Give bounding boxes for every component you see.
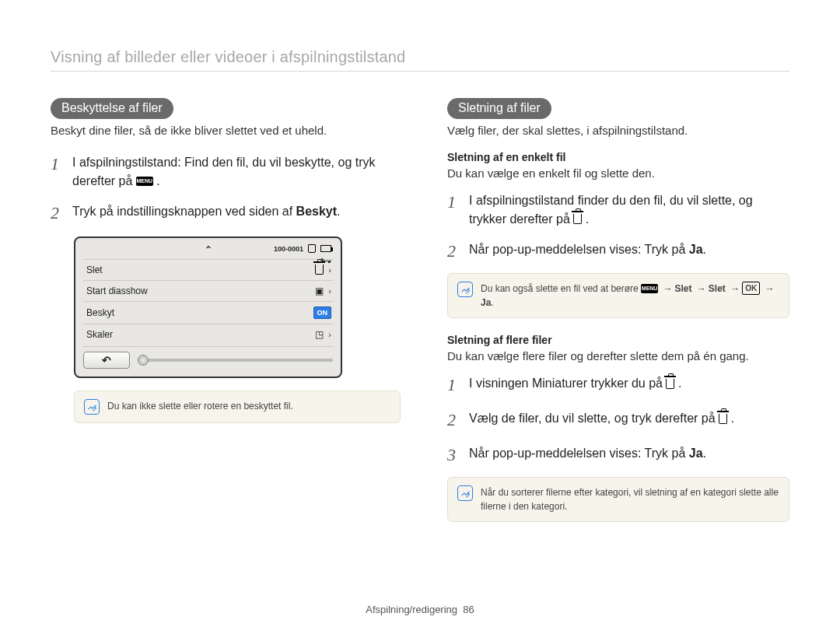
protect-intro: Beskyt dine filer, så de ikke bliver sle… <box>51 124 401 137</box>
chevron-up-icon: ⌃ <box>205 244 212 255</box>
multi-delete-step-3: 3 Når pop-up-meddelelsen vises: Tryk på … <box>447 442 789 468</box>
file-number: 100-0001 <box>274 245 303 253</box>
menu-icon: MENU <box>136 177 153 186</box>
on-toggle[interactable]: ON <box>313 306 332 319</box>
battery-icon <box>320 245 331 252</box>
single-delete-step-1: 1 I afspilningstilstand finder du den fi… <box>447 189 789 229</box>
multi-delete-intro: Du kan vælge flere filer og derefter sle… <box>447 349 789 363</box>
note-icon <box>457 282 473 297</box>
note-text: Du kan ikke slette eller rotere en besky… <box>107 399 293 413</box>
multi-delete-step-1: 1 I visningen Miniaturer trykker du på . <box>447 372 789 398</box>
back-button[interactable]: ↶ <box>83 352 130 369</box>
slider-thumb[interactable] <box>138 355 149 366</box>
ok-icon: OK <box>742 282 760 295</box>
note-delete-alt: Du kan også slette en fil ved at berøre … <box>447 273 789 318</box>
note-protect: Du kan ikke slette eller rotere en besky… <box>74 391 401 423</box>
slider[interactable] <box>138 359 333 362</box>
single-delete-step-2: 2 Når pop-up-meddelelsen vises: Tryk på … <box>447 238 789 264</box>
single-delete-intro: Du kan vælge en enkelt fil og slette den… <box>447 166 789 180</box>
menu-icon: MENU <box>641 284 658 293</box>
note-text: Du kan også slette en fil ved at berøre … <box>481 282 779 310</box>
note-text: Når du sorterer filerne efter kategori, … <box>481 485 779 513</box>
menu-item-beskyt[interactable]: Beskyt ON <box>83 301 333 324</box>
trash-icon <box>573 214 582 224</box>
slideshow-icon: ▣ <box>315 285 324 296</box>
note-icon <box>84 399 100 415</box>
protect-step-1: 1 I afspilningstilstand: Find den fil, d… <box>51 151 401 191</box>
chevron-right-icon: › <box>328 330 331 339</box>
protect-step-2: 2 Tryk på indstillingsknappen ved siden … <box>51 200 401 226</box>
trash-icon <box>719 414 727 424</box>
multi-delete-step-2: 2 Vælg de filer, du vil slette, og tryk … <box>447 407 789 433</box>
page-title: Visning af billeder eller videoer i afsp… <box>51 48 789 72</box>
section-pill-protect: Beskyttelse af filer <box>51 98 173 119</box>
subhead-single-delete: Sletning af en enkelt fil <box>447 151 789 163</box>
delete-intro: Vælg filer, der skal slettes, i afspilni… <box>447 124 789 137</box>
note-icon <box>457 485 473 501</box>
subhead-multi-delete: Sletning af flere filer <box>447 334 789 346</box>
lock-icon: 🗝 <box>320 254 331 267</box>
step-number: 1 <box>51 151 65 191</box>
note-category-delete: Når du sorterer filerne efter kategori, … <box>447 477 789 522</box>
trash-icon <box>666 379 674 389</box>
resize-icon: ◳ <box>315 329 324 340</box>
menu-item-skaler[interactable]: Skaler ◳› <box>83 324 333 345</box>
page-footer: Afspilning/redigering 86 <box>0 604 840 615</box>
sd-card-icon <box>308 244 316 253</box>
camera-screen-illustration: ⌃ 100-0001 🗝 Slet › Start diasshow ▣› Be… <box>74 236 342 378</box>
step-number: 2 <box>51 200 65 226</box>
section-pill-delete: Sletning af filer <box>447 98 551 119</box>
menu-item-diasshow[interactable]: Start diasshow ▣› <box>83 280 333 301</box>
chevron-right-icon: › <box>328 286 331 296</box>
